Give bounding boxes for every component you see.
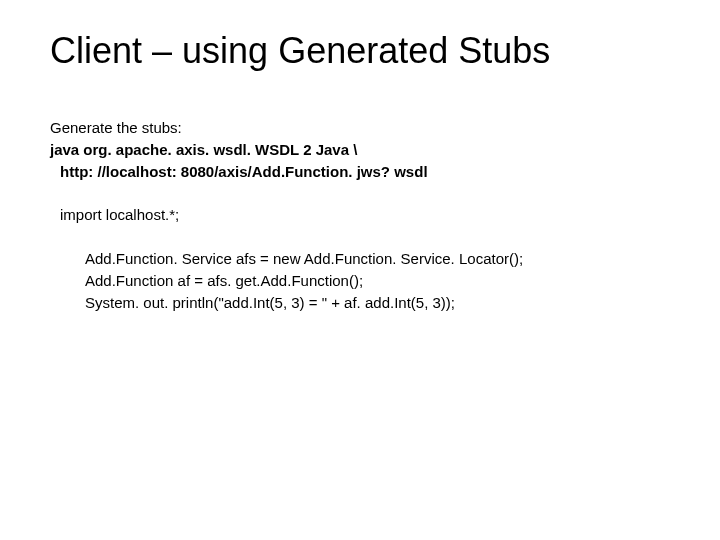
- slide: Client – using Generated Stubs Generate …: [0, 0, 720, 540]
- spacer: [50, 226, 670, 248]
- spacer: [50, 182, 670, 204]
- java-command-line2: http: //localhost: 8080/axis/Add.Functio…: [50, 161, 670, 183]
- import-line: import localhost.*;: [50, 204, 670, 226]
- code-line-3: System. out. println("add.Int(5, 3) = " …: [50, 292, 670, 314]
- java-command-line1: java org. apache. axis. wsdl. WSDL 2 Jav…: [50, 139, 670, 161]
- slide-body: Generate the stubs: java org. apache. ax…: [50, 117, 670, 313]
- code-line-1: Add.Function. Service afs = new Add.Func…: [50, 248, 670, 270]
- stub-intro: Generate the stubs:: [50, 117, 670, 139]
- code-line-2: Add.Function af = afs. get.Add.Function(…: [50, 270, 670, 292]
- slide-title: Client – using Generated Stubs: [50, 30, 670, 72]
